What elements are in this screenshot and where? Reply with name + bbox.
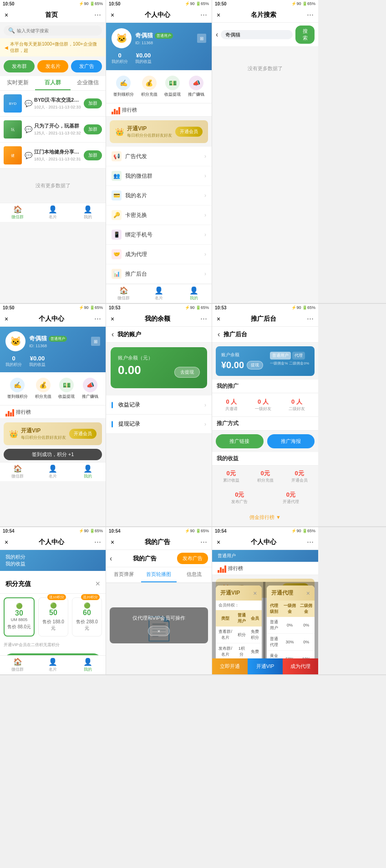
qr-icon-2[interactable]: ⊞ [91, 337, 100, 346]
promo-poster-btn[interactable]: 推广海报 [267, 434, 315, 448]
add-btn-3[interactable]: 加群 [84, 150, 102, 160]
nav-wechat-personal[interactable]: 🏠 微信群 [106, 286, 141, 301]
back-btn-promo[interactable]: ‹ [218, 330, 220, 339]
rank-r3p3[interactable]: 排行榜 [212, 562, 318, 575]
user-stat-points[interactable]: 0 我的积分 [112, 52, 128, 65]
ranking-row[interactable]: 排行榜 [106, 103, 212, 117]
close-r3p3[interactable]: × [217, 539, 220, 546]
r3p3-agent-btn[interactable]: 成为代理 [283, 658, 318, 674]
publish-group-btn[interactable]: 发布群 [4, 60, 35, 72]
more-r3p3[interactable]: ··· [307, 537, 314, 547]
charge-close-btn[interactable]: × [95, 579, 100, 589]
close-icon-balance[interactable]: × [111, 315, 114, 323]
more-btn-home[interactable]: ··· [94, 10, 101, 20]
menu-my-group[interactable]: 👥 我的微信群 › [106, 166, 212, 186]
menu-recharge[interactable]: 💰 积分充值 [141, 76, 157, 98]
vip-open-btn-2[interactable]: 开通会员 [69, 429, 96, 439]
withdraw-btn-balance[interactable]: 去提现 [174, 367, 200, 378]
promo-link-btn[interactable]: 推广链接 [216, 434, 264, 448]
more-btn-personal[interactable]: ··· [200, 10, 207, 20]
nav-r3p1-2[interactable]: 👤 我的 [71, 657, 106, 673]
tab-enterprise[interactable]: 企业微信 [71, 76, 106, 90]
nav-mine[interactable]: 👤 我的 [71, 205, 106, 220]
vip-open-btn[interactable]: 开通会员 [175, 127, 203, 137]
menu-my-card[interactable]: 💳 我的名片 › [106, 186, 212, 205]
tab-hundred[interactable]: 百人群 [35, 76, 70, 90]
nav-r3p1-0[interactable]: 🏠 微信群 [0, 657, 35, 673]
no-permission-modal: 仅代理和VIP会员可操作 × [110, 607, 208, 643]
gold-ranking[interactable]: 佣金排行榜 ▼ [212, 508, 318, 526]
close-icon-promo[interactable]: × [217, 315, 220, 323]
nav-wechat-group[interactable]: 🏠 微信群 [0, 205, 35, 220]
menu-withdraw[interactable]: 💵 收益提现 [164, 76, 181, 98]
agent-modal-close[interactable]: × [306, 590, 310, 597]
menu-withdraw-2[interactable]: 💵 收益提现 [58, 378, 75, 400]
nav-card-personal[interactable]: 👤 名片 [141, 286, 176, 301]
close-icon-ads[interactable]: × [111, 539, 114, 546]
publish-ad-btn-2[interactable]: 发布广告 [177, 553, 208, 564]
menu-promo-2[interactable]: 📣 推广赚钱 [82, 378, 98, 400]
user-stat-earnings[interactable]: ¥0.00 我的收益 [135, 52, 152, 65]
menu-checkin[interactable]: ✍ 签到领积分 [113, 76, 134, 98]
nav-r3p1-1[interactable]: 👤 名片 [35, 657, 70, 673]
ads-tab-1[interactable]: 首页轮播图 [141, 567, 176, 582]
close-icon-p2[interactable]: × [5, 315, 8, 323]
add-btn-2[interactable]: 加群 [84, 124, 102, 134]
vip-th-0: 类型 [216, 610, 235, 627]
card-search-btn[interactable]: 搜索 [295, 26, 315, 44]
more-btn-balance[interactable]: ··· [200, 314, 207, 324]
more-btn-p2[interactable]: ··· [94, 314, 101, 324]
menu-checkin-2[interactable]: ✍ 签到领积分 [7, 378, 28, 400]
chevron-icon-0: › [204, 153, 206, 159]
publish-ad-btn[interactable]: 发广告 [71, 60, 102, 72]
vip-modal-close[interactable]: × [253, 590, 257, 597]
close-icon-search[interactable]: × [217, 11, 220, 19]
nav-mine-personal[interactable]: 👤 我的 [177, 286, 212, 301]
charge-option-1[interactable]: 送10积分 🟢 50 售价 188.0元 [38, 597, 68, 637]
status-bar-8: 10:54 ⚡90 🔋65% [106, 527, 212, 534]
add-btn-1[interactable]: 加群 [84, 98, 102, 108]
no-perm-close-btn[interactable]: × [148, 626, 170, 636]
ads-tab-2[interactable]: 信息流 [177, 567, 212, 582]
r3p3-vip-btn[interactable]: 开通VIP [248, 658, 283, 674]
nav-card[interactable]: 👤 名片 [35, 205, 70, 220]
qr-icon[interactable]: ⊞ [197, 34, 206, 43]
search-input-home[interactable] [17, 28, 97, 33]
menu-card-exchange[interactable]: 🔑 卡密兑换 › [106, 205, 212, 225]
menu-ad-proxy[interactable]: 📢 广告代发 › [106, 147, 212, 166]
ads-tab-0[interactable]: 首页弹屏 [106, 567, 141, 582]
promo-withdraw-btn[interactable]: 提现 [247, 361, 263, 370]
stat-points-2[interactable]: 0 我的积分 [5, 355, 22, 368]
income-record-item[interactable]: 收益记录 › [106, 395, 212, 415]
r3p3-open-btn[interactable]: 立即开通 [212, 658, 248, 674]
menu-recharge-2[interactable]: 💰 积分充值 [35, 378, 51, 400]
back-btn-balance[interactable]: ‹ [112, 330, 114, 339]
tab-realtime[interactable]: 实时更新 [0, 76, 35, 90]
close-icon-r3p1[interactable]: × [5, 539, 8, 546]
withdraw-record-item[interactable]: 提现记录 › [106, 415, 212, 434]
publish-card-btn[interactable]: 发名片 [37, 60, 68, 72]
more-btn-promo[interactable]: ··· [307, 314, 314, 324]
stat-partial-0[interactable]: 我的积分 我的收益 [5, 554, 25, 567]
menu-promo-backend[interactable]: 📊 推广后台 › [106, 264, 212, 284]
promo-tab-agent[interactable]: 代理 [292, 352, 305, 360]
close-icon-personal[interactable]: × [111, 11, 114, 19]
back-btn-search[interactable]: ‹ [216, 31, 218, 39]
back-btn-ads[interactable]: ‹ [110, 555, 112, 563]
promo-backend-icon: 📊 [112, 269, 122, 279]
nav-wechat-p2[interactable]: 🏠 微信群 [0, 464, 35, 479]
nav-mine-p2[interactable]: 👤 我的 [71, 464, 106, 479]
ranking-row-2[interactable]: 排行榜 [0, 406, 106, 419]
nav-card-p2[interactable]: 👤 名片 [35, 464, 70, 479]
more-btn-r3p1[interactable]: ··· [94, 537, 101, 547]
stat-earnings-2[interactable]: ¥0.00 我的收益 [29, 355, 46, 368]
charge-option-0[interactable]: 🟢 30 UM 8805 售价 88.0元 [4, 597, 35, 637]
more-btn-ads[interactable]: ··· [200, 537, 207, 547]
menu-become-agent[interactable]: 🤝 成为代理 › [106, 245, 212, 264]
promo-tab-normal[interactable]: 普通用户 [270, 352, 291, 360]
card-search-input[interactable] [225, 32, 288, 37]
charge-option-2[interactable]: 送20积分 🟢 60 售价 288.0元 [72, 597, 102, 637]
menu-promo[interactable]: 📣 推广赚钱 [188, 76, 204, 98]
more-btn-search[interactable]: ··· [307, 10, 314, 20]
menu-bind-phone[interactable]: 📱 绑定手机号 › [106, 225, 212, 245]
